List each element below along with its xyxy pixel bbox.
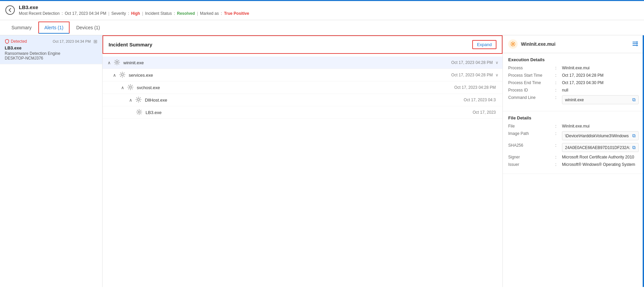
svg-point-4 bbox=[138, 111, 140, 113]
detail-label: Process End Time bbox=[508, 80, 555, 85]
panel-title: WinInit.exe.mui bbox=[521, 41, 556, 47]
tab-devices[interactable]: Devices (1) bbox=[70, 21, 106, 34]
gear-icon bbox=[136, 109, 143, 116]
detail-label: Issuer bbox=[508, 162, 555, 167]
incident-summary-header: Incident Summary Expand bbox=[103, 35, 502, 54]
detail-row-process: Process : WinInit.exe.mui bbox=[508, 66, 639, 70]
detail-row-start-time: Process Start Time : Oct 17, 2023 04:28 … bbox=[508, 73, 639, 78]
shield-icon bbox=[5, 39, 9, 44]
detail-value-box: wininit.exe ⧉ bbox=[562, 95, 639, 104]
severity-value: High bbox=[131, 11, 140, 16]
header-info: LB3.exe Most Recent Detection : Oct 17, … bbox=[19, 4, 249, 16]
copy-icon[interactable]: ⧉ bbox=[632, 133, 636, 139]
tree-row[interactable]: ∧ wininit.exe Oct 17, 2023 04:28 PM ∨ bbox=[103, 57, 502, 69]
expand-button[interactable]: Expand bbox=[472, 40, 496, 49]
svg-point-0 bbox=[116, 61, 118, 63]
file-details-section: File Details File : WinInit.exe.mui Imag… bbox=[503, 111, 644, 174]
header-title: LB3.exe bbox=[19, 4, 249, 10]
svg-rect-9 bbox=[637, 41, 637, 46]
detail-value: Microsoft® Windows® Operating System bbox=[562, 162, 639, 167]
detail-label: Process Start Time bbox=[508, 73, 555, 78]
top-header: LB3.exe Most Recent Detection : Oct 17, … bbox=[0, 0, 644, 20]
detail-row-cmdline: Command Line : wininit.exe ⧉ bbox=[508, 95, 639, 104]
alert-status: Detected bbox=[11, 39, 27, 44]
process-time: Oct 17, 2023 04:28 PM bbox=[451, 60, 493, 65]
detection-label: Most Recent Detection bbox=[19, 11, 59, 16]
svg-point-2 bbox=[129, 86, 131, 88]
process-name: wininit.exe bbox=[123, 60, 451, 65]
back-button[interactable] bbox=[5, 5, 15, 15]
expand-arrow-icon[interactable]: ∨ bbox=[495, 73, 498, 77]
detail-row-issuer: Issuer : Microsoft® Windows® Operating S… bbox=[508, 162, 639, 167]
alert-time: Oct 17, 2023 04:34 PM bbox=[53, 39, 91, 43]
detail-row-signer: Signer : Microsoft Root Certificate Auth… bbox=[508, 155, 639, 159]
gear-icon bbox=[119, 72, 126, 78]
detail-row-pid: Process ID : null bbox=[508, 88, 639, 93]
tree-row[interactable]: ∧ services.exe Oct 17, 2023 04:28 PM ∨ bbox=[103, 69, 502, 81]
detail-value: Microsoft Root Certificate Authority 201… bbox=[562, 155, 639, 159]
gear-icon bbox=[114, 59, 121, 66]
main-layout: Detected Oct 17, 2023 04:34 PM ⊞ LB3.exe… bbox=[0, 35, 644, 287]
svg-point-5 bbox=[512, 43, 514, 45]
tab-summary[interactable]: Summary bbox=[5, 21, 38, 34]
center-panel: Incident Summary Expand ∧ wininit.exe Oc… bbox=[103, 35, 503, 287]
detected-badge: Detected bbox=[5, 39, 27, 44]
left-panel: Detected Oct 17, 2023 04:34 PM ⊞ LB3.exe… bbox=[0, 35, 103, 287]
gear-icon bbox=[127, 84, 134, 91]
copy-icon[interactable]: ⧉ bbox=[632, 97, 636, 103]
detail-row-end-time: Process End Time : Oct 17, 2023 04:30 PM bbox=[508, 80, 639, 85]
process-time: Oct 17, 2023 bbox=[473, 110, 496, 115]
process-name: LB3.exe bbox=[146, 110, 473, 115]
tabs-row: Summary Alerts (1) Devices (1) bbox=[0, 20, 644, 35]
detail-label: Command Line bbox=[508, 95, 555, 100]
detail-row-file: File : WinInit.exe.mui bbox=[508, 124, 639, 129]
alert-header: Detected Oct 17, 2023 04:34 PM ⊞ bbox=[5, 39, 97, 44]
alert-engine: Ransomware Detection Engine bbox=[5, 51, 97, 56]
detail-row-sha256: SHA256 : 24A0E0ACE66AEB97D101DF232A: ⧉ bbox=[508, 143, 639, 152]
chevron-up-icon[interactable]: ∧ bbox=[107, 60, 112, 65]
detail-value-box: \Device\HarddiskVolume3\Windows ⧉ bbox=[562, 131, 639, 140]
header-meta: Most Recent Detection : Oct 17, 2023 04:… bbox=[19, 11, 249, 16]
alert-name: LB3.exe bbox=[5, 45, 97, 50]
detail-row-image-path: Image Path : \Device\HarddiskVolume3\Win… bbox=[508, 131, 639, 140]
filter-icon[interactable]: ⊞ bbox=[93, 39, 97, 44]
copy-icon[interactable]: ⧉ bbox=[632, 145, 636, 150]
execution-details-section: Execution Details Process : WinInit.exe.… bbox=[503, 53, 644, 111]
right-panel: WinInit.exe.mui Execution Details Proces… bbox=[503, 35, 644, 287]
detail-label: Process bbox=[508, 66, 555, 70]
alert-item[interactable]: Detected Oct 17, 2023 04:34 PM ⊞ LB3.exe… bbox=[0, 35, 102, 64]
alert-device: DESKTOP-NCMJ376 bbox=[5, 56, 97, 61]
process-name: svchost.exe bbox=[137, 85, 454, 90]
chevron-up-icon[interactable]: ∧ bbox=[120, 85, 125, 90]
blue-bar bbox=[643, 35, 644, 287]
detail-value: Oct 17, 2023 04:30 PM bbox=[562, 80, 639, 85]
expand-arrow-icon[interactable]: ∨ bbox=[495, 60, 498, 65]
process-name: DllHost.exe bbox=[145, 98, 464, 103]
sidebar-toggle-icon[interactable] bbox=[632, 40, 639, 48]
process-time: Oct 17, 2023 04:3 bbox=[464, 98, 496, 102]
file-details-title: File Details bbox=[508, 115, 639, 120]
detection-value: Oct 17, 2023 04:34 PM bbox=[65, 11, 106, 16]
detail-value: WinInit.exe.mui bbox=[562, 124, 639, 129]
detail-label: Signer bbox=[508, 155, 555, 159]
panel-gear-icon bbox=[508, 39, 518, 49]
detail-value-box: 24A0E0ACE66AEB97D101DF232A: ⧉ bbox=[562, 143, 639, 152]
right-panel-header: WinInit.exe.mui bbox=[503, 35, 644, 53]
process-tree: ∧ wininit.exe Oct 17, 2023 04:28 PM ∨ ∧ bbox=[103, 54, 502, 121]
tree-row[interactable]: ∧ svchost.exe Oct 17, 2023 04:28 PM bbox=[103, 81, 502, 94]
detail-label: Process ID bbox=[508, 88, 555, 93]
detail-label: SHA256 bbox=[508, 143, 555, 148]
svg-point-3 bbox=[137, 99, 139, 101]
execution-details-title: Execution Details bbox=[508, 57, 639, 62]
process-name: services.exe bbox=[129, 73, 451, 78]
detail-label: File bbox=[508, 124, 555, 129]
chevron-up-icon[interactable]: ∧ bbox=[128, 97, 133, 103]
detail-label: Image Path bbox=[508, 131, 555, 136]
tab-alerts[interactable]: Alerts (1) bbox=[38, 22, 70, 34]
status-label: Incident Status bbox=[145, 11, 172, 16]
incident-summary-title: Incident Summary bbox=[109, 42, 152, 47]
tree-row[interactable]: ∧ DllHost.exe Oct 17, 2023 04:3 bbox=[103, 94, 502, 106]
process-time: Oct 17, 2023 04:28 PM bbox=[454, 85, 496, 90]
chevron-up-icon[interactable]: ∧ bbox=[112, 72, 117, 78]
tree-row[interactable]: LB3.exe Oct 17, 2023 bbox=[103, 106, 502, 119]
